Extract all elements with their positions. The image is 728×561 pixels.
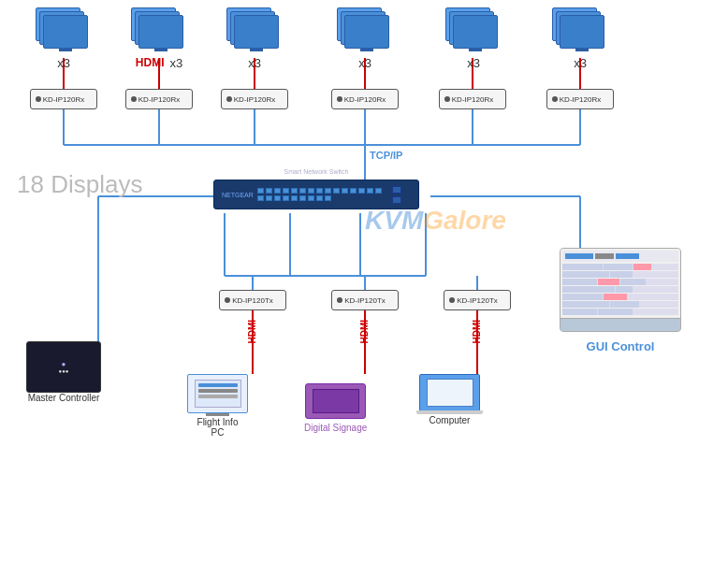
transmitter-1: KD-IP120Tx (219, 290, 286, 310)
flight-info-pc (187, 374, 248, 413)
monitor-group-5: x3 (445, 7, 502, 70)
switch-ports (257, 188, 388, 201)
port (316, 195, 323, 201)
gui-control-group: GUI Control (560, 248, 681, 332)
computer-label: Computer (430, 415, 471, 425)
displays-label: 18 Displays (17, 170, 142, 199)
hdmi-label: HDMI (136, 56, 165, 69)
gui-control-label: GUI Control (555, 339, 686, 353)
port (299, 195, 306, 201)
rx-box-label-6: KD-IP120Rx (546, 89, 614, 109)
computer-group: Computer (419, 374, 480, 425)
watermark-kvm: KVM (365, 206, 423, 235)
port (342, 188, 348, 194)
rx-box-label-5: KD-IP120Rx (439, 89, 506, 109)
diagram: x3 HDMI x3 x3 x3 (0, 0, 728, 561)
gui-screen (561, 249, 680, 319)
monitor-group-4: x3 (337, 7, 393, 70)
hdmi-vert-label-1: HDMI (247, 320, 257, 344)
port (358, 188, 365, 194)
rx-box-label-4: KD-IP120Rx (331, 89, 399, 109)
sfp-port (392, 186, 401, 194)
port (291, 188, 298, 194)
monitor-stack-6 (552, 7, 608, 54)
gui-control-laptop (560, 248, 681, 332)
port (266, 195, 272, 201)
monitor-count-label: x3 (169, 56, 182, 70)
flight-info-pc-label: Flight Info PC (197, 417, 239, 438)
receiver-3: KD-IP120Rx (221, 89, 288, 109)
port (291, 195, 298, 201)
monitor-stack-3 (226, 7, 283, 54)
transmitter-2: KD-IP120Tx (331, 290, 399, 310)
flight-info-pc-group: Flight Info PC (187, 374, 248, 438)
port (316, 188, 323, 194)
receiver-2: KD-IP120Rx (125, 89, 193, 109)
hdmi-vert-label-3: HDMI (472, 320, 482, 344)
port (325, 195, 331, 201)
port (375, 188, 382, 194)
sfp-ports (392, 186, 401, 204)
monitor-group-6: x3 (552, 7, 608, 70)
switch-model: NETGEAR (222, 192, 254, 198)
monitor-icon (43, 15, 88, 49)
laptop-base (561, 319, 680, 332)
monitor-stack-1 (36, 7, 92, 54)
monitor-group-3: x3 (226, 7, 283, 70)
receiver-4: KD-IP120Rx (331, 89, 399, 109)
rx-box-label-1: KD-IP120Rx (30, 89, 97, 109)
monitor-count-label: x3 (57, 56, 70, 70)
monitor-count-label: x3 (358, 56, 371, 70)
sfp-port (392, 196, 401, 204)
digital-signage-group: Digital Signage (304, 383, 367, 433)
port (274, 188, 281, 194)
port (350, 188, 357, 194)
monitor-count-label: x3 (467, 56, 480, 70)
monitor-icon (138, 15, 183, 49)
computer-laptop (419, 374, 480, 411)
port (283, 195, 289, 201)
port (367, 188, 373, 194)
tx-box-label-3: KD-IP120Tx (444, 290, 511, 310)
hdmi-vert-label-2: HDMI (359, 320, 370, 344)
watermark-galore: Galore (423, 206, 506, 235)
port (308, 188, 314, 194)
monitor-stack-5 (445, 7, 502, 54)
master-ctrl-text: ● ●●● (57, 358, 71, 376)
port (257, 188, 264, 194)
port (266, 188, 272, 194)
receiver-6: KD-IP120Rx (546, 89, 614, 109)
digital-signage (305, 383, 366, 419)
port (333, 188, 340, 194)
port (257, 195, 264, 201)
port (283, 188, 289, 194)
monitor-stack-2 (131, 7, 187, 54)
transmitter-3: KD-IP120Tx (444, 290, 511, 310)
monitor-icon (344, 15, 389, 49)
receiver-1: KD-IP120Rx (30, 89, 97, 109)
monitor-icon (234, 15, 279, 49)
receiver-5: KD-IP120Rx (439, 89, 506, 109)
monitor-icon (560, 15, 604, 49)
monitor-stack-4 (337, 7, 393, 54)
master-controller-device: ● ●●● (26, 341, 101, 393)
monitor-group-2: HDMI x3 (131, 7, 187, 70)
switch-label: Smart Network Switch (284, 168, 349, 175)
port (308, 195, 314, 201)
tcp-ip-label: TCP/IP (370, 150, 402, 161)
monitor-group-1: x3 (36, 7, 92, 70)
tx-box-label-2: KD-IP120Tx (331, 290, 399, 310)
rx-box-label-3: KD-IP120Rx (221, 89, 288, 109)
rx-box-label-2: KD-IP120Rx (125, 89, 193, 109)
watermark: KVMGalore (365, 206, 506, 236)
monitor-count-label: x3 (248, 56, 261, 70)
monitor-count-label: x3 (574, 56, 587, 70)
master-controller-group: ● ●●● Master Controller (26, 341, 101, 393)
port (299, 188, 306, 194)
monitor-icon (453, 15, 498, 49)
tx-box-label-1: KD-IP120Tx (219, 290, 286, 310)
port (274, 195, 281, 201)
master-controller-label: Master Controller (26, 393, 101, 403)
port (325, 188, 331, 194)
digital-signage-label: Digital Signage (304, 423, 367, 433)
